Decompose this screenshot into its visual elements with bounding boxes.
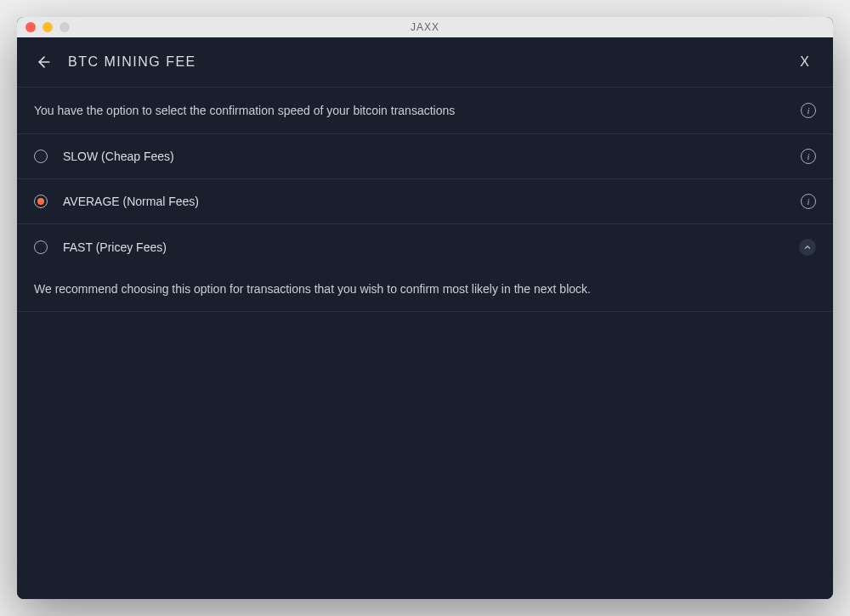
window-minimize-button[interactable] xyxy=(42,22,53,32)
traffic-lights xyxy=(26,22,70,32)
option-label: SLOW (Cheap Fees) xyxy=(63,150,801,163)
option-fast[interactable]: FAST (Pricey Fees) xyxy=(17,224,833,270)
back-arrow-icon[interactable] xyxy=(34,52,54,72)
radio-icon-selected xyxy=(34,195,48,208)
close-button[interactable]: X xyxy=(793,51,816,73)
header: BTC MINING FEE X xyxy=(17,37,833,88)
radio-icon xyxy=(34,240,48,254)
option-detail-row: We recommend choosing this option for tr… xyxy=(17,270,833,312)
app-window: JAXX BTC MINING FEE X You have the optio… xyxy=(17,17,833,599)
description-text: You have the option to select the confir… xyxy=(34,104,801,117)
option-label: AVERAGE (Normal Fees) xyxy=(63,195,801,208)
radio-icon xyxy=(34,150,48,163)
option-slow[interactable]: SLOW (Cheap Fees) i xyxy=(17,134,833,179)
page-title: BTC MINING FEE xyxy=(68,54,793,70)
info-icon[interactable]: i xyxy=(801,149,816,164)
option-detail-text: We recommend choosing this option for tr… xyxy=(34,282,591,296)
window-close-button[interactable] xyxy=(26,22,36,32)
info-icon[interactable]: i xyxy=(801,194,816,209)
app-content: BTC MINING FEE X You have the option to … xyxy=(17,37,833,599)
window-maximize-button[interactable] xyxy=(60,22,70,32)
window-title: JAXX xyxy=(411,21,439,33)
info-icon[interactable]: i xyxy=(801,103,816,118)
option-average[interactable]: AVERAGE (Normal Fees) i xyxy=(17,179,833,224)
titlebar: JAXX xyxy=(17,17,833,37)
description-row: You have the option to select the confir… xyxy=(17,88,833,134)
chevron-up-icon[interactable] xyxy=(799,239,816,256)
option-label: FAST (Pricey Fees) xyxy=(63,240,799,254)
